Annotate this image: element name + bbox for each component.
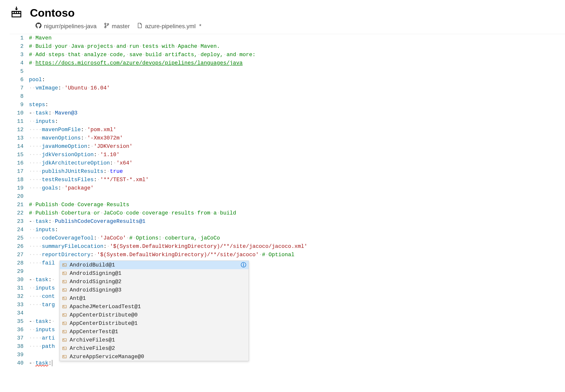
code-line[interactable]: ····publishJUnitResults:·true [29, 168, 565, 176]
svg-rect-14 [63, 289, 67, 291]
svg-rect-11 [63, 280, 67, 283]
code-line[interactable]: -·task:·PublishCodeCoverageResults@1 [29, 217, 565, 226]
code-line[interactable]: pool: [29, 76, 565, 84]
module-icon [62, 354, 68, 359]
info-icon[interactable]: ⓘ [241, 261, 246, 269]
suggest-item[interactable]: AndroidBuild@1ⓘ [60, 261, 249, 269]
code-line[interactable]: steps: [29, 101, 565, 109]
code-line[interactable]: ····jdkVersionOption:·'1.10' [29, 151, 565, 159]
code-line[interactable]: -·task:·Maven@3 [29, 109, 565, 117]
module-icon [62, 288, 68, 292]
suggest-item[interactable]: Ant@1 [60, 294, 249, 303]
code-line[interactable]: ····summaryFileLocation:·'$(System.Defau… [29, 242, 565, 251]
code-line[interactable]: ····jdkArchitectureOption:·'x64' [29, 159, 565, 168]
svg-rect-39 [63, 356, 64, 356]
breadcrumb-repo[interactable]: nigurr/pipelines-java [36, 23, 97, 30]
svg-rect-18 [63, 298, 64, 298]
svg-rect-32 [63, 338, 67, 341]
code-line[interactable]: ····reportDirectory:·'$(System.DefaultWo… [29, 251, 565, 259]
line-number: 16 [10, 159, 24, 168]
module-icon [62, 321, 68, 326]
code-line[interactable]: #·Publish·Code·Coverage·Results [29, 201, 565, 209]
code-line[interactable]: ····testResultsFiles:·'**/TEST-*.xml' [29, 176, 565, 184]
intellisense-popup[interactable]: AndroidBuild@1ⓘAndroidSigning@1AndroidSi… [60, 261, 249, 361]
code-area[interactable]: #·Maven#·Build·your·Java·projects·and·ru… [29, 34, 565, 367]
breadcrumb-file[interactable]: azure-pipelines.yml * [137, 23, 201, 30]
svg-rect-34 [63, 340, 66, 340]
line-number: 27 [10, 251, 24, 259]
svg-rect-37 [63, 349, 66, 349]
code-line[interactable]: #·Build·your·Java·projects·and·run·tests… [29, 42, 565, 51]
code-line[interactable]: ····codeCoverageTool:·'JaCoCo'·#·Options… [29, 234, 565, 242]
breadcrumb-branch[interactable]: master [104, 23, 130, 30]
module-icon [62, 313, 68, 317]
suggest-item[interactable]: AppCenterDistribute@1 [60, 319, 249, 327]
code-line[interactable]: ····javaHomeOption:·'JDKVersion' [29, 142, 565, 151]
breadcrumb-repo-label: nigurr/pipelines-java [44, 23, 97, 30]
line-number: 31 [10, 284, 24, 293]
module-icon [62, 338, 68, 342]
code-line[interactable]: ··vmImage:·'Ubuntu·16.04' [29, 84, 565, 92]
line-number: 9 [10, 101, 24, 109]
module-icon [62, 263, 68, 267]
dirty-indicator: * [199, 23, 201, 30]
code-line[interactable]: #·https://docs.microsoft.com/azure/devop… [29, 59, 565, 67]
github-icon [36, 23, 42, 30]
svg-point-3 [105, 27, 106, 28]
svg-rect-16 [63, 290, 66, 291]
code-line[interactable]: #·Publish·Cobertura·or·JaCoCo·code·cover… [29, 209, 565, 217]
suggest-item[interactable]: AndroidSigning@1 [60, 269, 249, 278]
code-line[interactable]: #·Maven [29, 34, 565, 42]
line-number: 25 [10, 234, 24, 242]
file-icon [137, 23, 142, 30]
code-line[interactable] [29, 92, 565, 101]
code-line[interactable]: ····mavenOptions:·'-Xmx3072m' [29, 134, 565, 142]
svg-rect-20 [63, 305, 67, 308]
svg-rect-35 [63, 347, 67, 350]
svg-rect-29 [63, 330, 67, 333]
suggest-item[interactable]: AndroidSigning@2 [60, 278, 249, 286]
org-name[interactable]: Contoso [30, 7, 74, 19]
code-editor[interactable]: 1234567891011121314151617181920212223242… [10, 34, 565, 367]
svg-rect-38 [63, 355, 67, 358]
line-number: 30 [10, 276, 24, 284]
suggest-item[interactable]: ArchiveFiles@1 [60, 336, 249, 344]
line-number: 35 [10, 318, 24, 326]
code-line[interactable]: ··inputs: [29, 117, 565, 126]
svg-rect-9 [63, 273, 64, 273]
line-number: 19 [10, 184, 24, 193]
suggest-label: AppCenterDistribute@0 [70, 312, 138, 318]
line-number: 37 [10, 334, 24, 342]
svg-rect-17 [63, 297, 67, 300]
code-line[interactable] [29, 67, 565, 76]
line-number: 7 [10, 84, 24, 92]
line-number: 1 [10, 34, 24, 42]
svg-rect-25 [63, 315, 66, 316]
line-number: 22 [10, 209, 24, 217]
svg-rect-15 [63, 289, 64, 290]
suggest-label: AndroidBuild@1 [70, 262, 115, 268]
code-line[interactable] [29, 193, 565, 201]
suggest-item[interactable]: AppCenterTest@1 [60, 327, 249, 336]
suggest-item[interactable]: AndroidSigning@3 [60, 286, 249, 294]
module-icon [62, 280, 68, 284]
line-number: 26 [10, 242, 24, 251]
suggest-item[interactable]: AppCenterDistribute@0 [60, 311, 249, 319]
line-number: 2 [10, 42, 24, 51]
line-number: 12 [10, 126, 24, 134]
svg-rect-30 [63, 331, 64, 331]
suggest-item[interactable]: ArchiveFiles@2 [60, 344, 249, 352]
code-line[interactable]: #·Add·steps·that·analyze·code,·save·buil… [29, 51, 565, 59]
code-line[interactable]: ····mavenPomFile:·'pom.xml' [29, 126, 565, 134]
suggest-label: ArchiveFiles@2 [70, 345, 115, 351]
code-line[interactable]: ··inputs: [29, 226, 565, 234]
line-number: 18 [10, 176, 24, 184]
code-line[interactable]: ····goals:·'package' [29, 184, 565, 193]
suggest-label: AndroidSigning@2 [70, 279, 121, 285]
breadcrumb-file-label: azure-pipelines.yml [145, 23, 196, 30]
suggest-item[interactable]: ApacheJMeterLoadTest@1 [60, 303, 249, 311]
suggest-label: AzureAppServiceManage@0 [70, 354, 144, 360]
svg-rect-10 [63, 274, 66, 274]
suggest-item[interactable]: AzureAppServiceManage@0 [60, 352, 249, 361]
svg-rect-26 [63, 322, 67, 325]
